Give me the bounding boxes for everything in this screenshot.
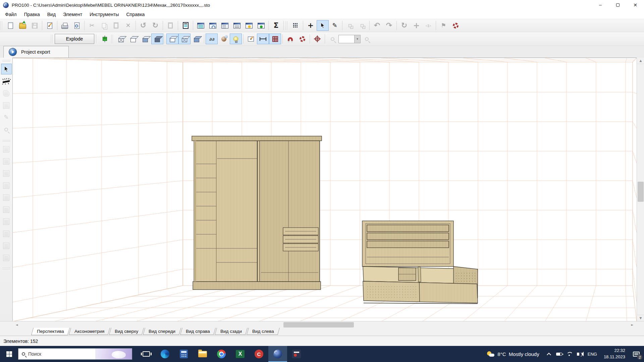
copy-button[interactable]: [98, 20, 110, 31]
excel-button[interactable]: X: [231, 346, 250, 362]
level-button[interactable]: ⚑: [437, 20, 449, 31]
file-explorer-button[interactable]: [193, 346, 212, 362]
show-solid-button[interactable]: [191, 34, 203, 44]
menu-item-4[interactable]: Инструменты: [86, 11, 122, 18]
solid-view-button[interactable]: [151, 34, 163, 44]
materials-button[interactable]: [218, 34, 230, 44]
edit-document-button[interactable]: [44, 20, 56, 31]
task-view-button[interactable]: [137, 346, 156, 362]
toolbar-grip[interactable]: [111, 35, 114, 43]
calculator-button[interactable]: [174, 346, 193, 362]
shaded-view-button[interactable]: [139, 34, 151, 44]
snap-button[interactable]: [284, 34, 296, 44]
zoom-in-button[interactable]: [361, 34, 373, 44]
tool-button-10[interactable]: [1, 252, 12, 263]
distribute-button[interactable]: [99, 34, 111, 44]
taskbar-search-input[interactable]: Поиск: [18, 348, 132, 360]
perspective-view-button[interactable]: [115, 34, 127, 44]
edge-button[interactable]: [156, 346, 174, 362]
menu-item-5[interactable]: Справка: [122, 11, 148, 18]
rotate-left-button[interactable]: ↶: [371, 20, 383, 31]
scroll-right-button[interactable]: ►: [629, 321, 636, 328]
pro100-taskbar-button[interactable]: [268, 346, 287, 362]
print-button[interactable]: [59, 20, 71, 31]
new-file-button[interactable]: [4, 20, 16, 31]
scene-3d-view[interactable]: [13, 58, 637, 321]
view-tab-6[interactable]: Вид слева: [247, 328, 280, 335]
dropdown-arrow-icon[interactable]: ▼: [355, 38, 360, 41]
cleaner-button[interactable]: C: [250, 346, 268, 362]
undo-button[interactable]: ↺: [137, 20, 149, 31]
tool-button-4[interactable]: [1, 180, 12, 191]
delete-button[interactable]: ✕: [122, 20, 134, 31]
scroll-down-button[interactable]: ▼: [637, 315, 644, 321]
zoom-out-button[interactable]: [326, 34, 338, 44]
volume-control[interactable]: [574, 346, 584, 362]
tool-button-8[interactable]: [1, 228, 12, 239]
weather-widget[interactable]: 8°C Mostly cloudy: [482, 346, 544, 362]
pattern-grid-button[interactable]: [289, 20, 302, 31]
lighting-button[interactable]: [230, 34, 242, 44]
zoom-level-value[interactable]: [339, 35, 355, 43]
scroll-up-button[interactable]: ▲: [637, 58, 644, 64]
palette-grip[interactable]: [2, 140, 10, 142]
horizontal-scrollbar[interactable]: ◄ ►: [0, 321, 644, 328]
properties-window-button[interactable]: [219, 20, 231, 31]
grid-toggle-button[interactable]: [269, 34, 281, 44]
menu-item-3[interactable]: Элемент: [59, 11, 86, 18]
tool-button-6[interactable]: [1, 204, 12, 215]
open-file-button[interactable]: [16, 20, 29, 31]
mirror-button[interactable]: ◁▷: [422, 20, 434, 31]
maximize-button[interactable]: [609, 0, 627, 10]
start-button[interactable]: [0, 346, 18, 362]
properties-panel-button[interactable]: [179, 20, 192, 31]
save-file-button[interactable]: [29, 20, 41, 31]
center-view-button[interactable]: [296, 34, 308, 44]
paste-button[interactable]: [110, 20, 122, 31]
close-button[interactable]: ✕: [627, 0, 644, 10]
draw-tool[interactable]: ✎: [1, 112, 12, 123]
clock[interactable]: 22:32 18.11.2023: [600, 348, 629, 360]
palette-grip[interactable]: [2, 268, 10, 270]
palette-grip[interactable]: [2, 60, 10, 62]
view-tab-4[interactable]: Вид справа: [180, 328, 216, 335]
paste-special-button[interactable]: [164, 20, 176, 31]
rotate-button[interactable]: ↻: [398, 20, 410, 31]
wardrobe-model[interactable]: [192, 136, 322, 290]
help-button[interactable]: [449, 20, 462, 31]
vertical-scrollbar[interactable]: ▲ ▼: [637, 58, 644, 321]
minimize-button[interactable]: ─: [592, 0, 609, 10]
toolbar-grip[interactable]: [95, 35, 97, 43]
toolbar-grip[interactable]: [1, 21, 3, 30]
select-mode-button[interactable]: [317, 20, 329, 31]
tool-button-1[interactable]: [1, 144, 12, 155]
view-tab-5[interactable]: Вид сзади: [215, 328, 248, 335]
move-mode-button[interactable]: +: [305, 20, 317, 31]
tool-button-3[interactable]: [1, 168, 12, 179]
tool-button-5[interactable]: [1, 192, 12, 203]
preview-window-button[interactable]: [207, 20, 219, 31]
toolbar-grip[interactable]: [51, 35, 53, 43]
view-tab-2[interactable]: Вид сверху: [109, 328, 144, 335]
menu-item-2[interactable]: Вид: [44, 11, 59, 18]
cut-board-tool[interactable]: [1, 76, 12, 86]
hidden-icons-button[interactable]: [544, 346, 554, 362]
select-tool[interactable]: [1, 64, 12, 74]
rotate-right-button[interactable]: ↷: [383, 20, 395, 31]
structure-window-button[interactable]: [195, 20, 207, 31]
materials-window-button[interactable]: [243, 20, 255, 31]
show-edges-button[interactable]: [178, 34, 191, 44]
group-button[interactable]: [344, 20, 356, 31]
zoom-level-select[interactable]: ▼: [338, 35, 361, 43]
view-tab-0[interactable]: Перспектива: [31, 328, 70, 335]
show-faces-button[interactable]: [166, 34, 178, 44]
battery-status[interactable]: [554, 346, 564, 362]
menu-item-1[interactable]: Правка: [20, 11, 43, 18]
chrome-button[interactable]: [212, 346, 231, 362]
sketch-mode-button[interactable]: [245, 34, 257, 44]
zoom-area-tool[interactable]: [1, 124, 12, 135]
ungroup-button[interactable]: [356, 20, 368, 31]
view-tab-3[interactable]: Вид спереди: [143, 328, 181, 335]
print-preview-button[interactable]: [71, 20, 83, 31]
edit-shape-button[interactable]: ✎: [329, 20, 341, 31]
